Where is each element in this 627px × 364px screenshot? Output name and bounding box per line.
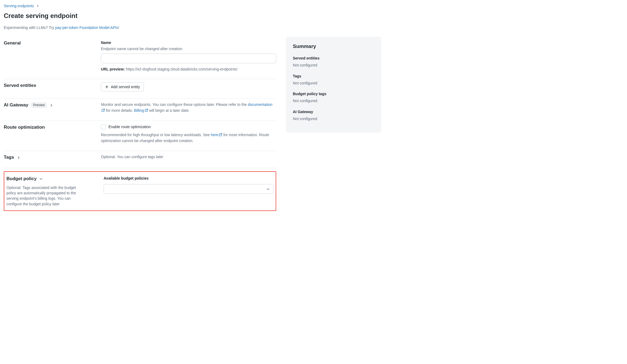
chevron-right-icon: [49, 103, 53, 107]
chevron-down-icon: [266, 187, 270, 191]
summary-item: Tags Not configured: [293, 73, 374, 86]
llm-hint-prefix: Experimenting with LLMs? Try: [4, 25, 55, 30]
url-preview: URL preview: https://e2-dogfood.staging.…: [101, 66, 276, 72]
ai-gateway-section: AI Gateway Preview Monitor and secure en…: [4, 99, 276, 121]
summary-item: AI Gateway Not configured: [293, 109, 374, 122]
plus-icon: [105, 85, 109, 89]
budget-policy-desc: Optional. Tags associated with the budge…: [6, 185, 84, 207]
llm-hint-suffix: !: [118, 25, 119, 30]
external-link-icon: [101, 109, 105, 112]
budget-policy-select[interactable]: [104, 184, 274, 194]
general-heading: General: [4, 40, 94, 47]
summary-value: Not configured: [293, 80, 374, 86]
ai-gateway-heading: AI Gateway: [4, 102, 28, 109]
enable-route-optimization-label: Enable route optimization: [108, 124, 151, 129]
llm-hint: Experimenting with LLMs? Try pay-per-tok…: [4, 25, 623, 30]
external-link-icon: [145, 109, 148, 112]
chevron-down-icon: [39, 177, 43, 181]
route-opt-here-link[interactable]: here: [211, 133, 222, 137]
budget-policy-section: Budget policy Optional. Tags associated …: [6, 174, 274, 207]
add-served-entity-button[interactable]: Add served entity: [101, 82, 144, 91]
main-form: General Name Endpoint name cannot be cha…: [4, 37, 276, 211]
route-opt-hint: Recommended for high throughput or low l…: [101, 132, 276, 144]
summary-item: Served entities Not configured: [293, 55, 374, 68]
name-label: Name: [101, 40, 276, 45]
tags-hint: Optional. You can configure tags later: [101, 154, 276, 160]
preview-badge: Preview: [31, 102, 47, 108]
available-budget-policies-label: Available budget policies: [104, 176, 274, 181]
name-hint: Endpoint name cannot be changed after cr…: [101, 46, 276, 51]
breadcrumb-parent-link[interactable]: Serving endpoints: [4, 3, 34, 9]
summary-label: Tags: [293, 73, 374, 79]
breadcrumb: Serving endpoints: [4, 3, 623, 9]
route-optimization-section: Route optimization Enable route optimiza…: [4, 121, 276, 151]
page-title: Create serving endpoint: [4, 11, 623, 21]
summary-panel: Summary Served entities Not configured T…: [286, 37, 381, 133]
summary-item: Budget policy tags Not configured: [293, 91, 374, 104]
url-preview-label: URL preview:: [101, 67, 125, 71]
tags-heading-row[interactable]: Tags: [4, 154, 94, 161]
summary-value: Not configured: [293, 98, 374, 103]
summary-label: AI Gateway: [293, 109, 374, 114]
external-link-icon: [219, 133, 222, 136]
chevron-right-icon: [36, 4, 39, 8]
tags-section: Tags Optional. You can configure tags la…: [4, 151, 276, 168]
summary-heading: Summary: [293, 43, 374, 50]
billing-link[interactable]: Billing: [134, 108, 148, 113]
url-preview-value: https://e2-dogfood.staging.cloud.databri…: [126, 67, 238, 71]
budget-policy-heading-row[interactable]: Budget policy: [6, 176, 97, 182]
add-served-entity-label: Add served entity: [111, 85, 140, 89]
general-section: General Name Endpoint name cannot be cha…: [4, 37, 276, 79]
enable-route-optimization-checkbox[interactable]: [101, 124, 106, 129]
ai-gateway-desc: Monitor and secure endpoints. You can co…: [101, 102, 276, 113]
served-entities-heading: Served entities: [4, 82, 94, 89]
served-entities-section: Served entities Add served entity: [4, 79, 276, 99]
budget-policy-highlight: Budget policy Optional. Tags associated …: [4, 171, 276, 211]
foundation-api-link[interactable]: pay-per-token Foundation Model APIs: [55, 25, 118, 30]
chevron-right-icon: [17, 156, 20, 159]
summary-value: Not configured: [293, 62, 374, 68]
budget-policy-heading: Budget policy: [6, 176, 37, 182]
summary-value: Not configured: [293, 116, 374, 121]
enable-route-optimization-row: Enable route optimization: [101, 124, 276, 129]
summary-label: Served entities: [293, 55, 374, 61]
tags-heading: Tags: [4, 154, 14, 161]
summary-label: Budget policy tags: [293, 91, 374, 96]
endpoint-name-input[interactable]: [101, 54, 276, 63]
ai-gateway-heading-row[interactable]: AI Gateway Preview: [4, 102, 94, 109]
route-optimization-heading: Route optimization: [4, 124, 94, 131]
